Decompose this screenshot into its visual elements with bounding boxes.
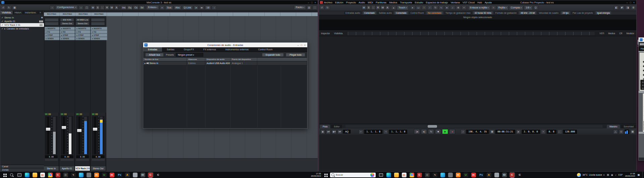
rack-row-inserts[interactable]: INSERTS: [60, 27, 76, 30]
show-desktop-button[interactable]: [642, 172, 644, 178]
id-app-taskbar-icon[interactable]: iD: [141, 173, 145, 177]
solo-button[interactable]: [79, 113, 82, 115]
bus-row-stereo-in[interactable]: ▸Stereo InEstéreoAudient USB Audio ASIO …: [143, 61, 307, 65]
abs-button[interactable]: Abs: [174, 5, 181, 10]
office-doc-taskbar-icon[interactable]: ▤: [40, 173, 45, 177]
fader-track[interactable]: [94, 117, 96, 154]
compas-dropdown[interactable]: Compás: [509, 5, 524, 10]
sus-button[interactable]: Sus: [165, 5, 173, 10]
state-a-button[interactable]: A: [114, 5, 119, 10]
bus-name-cell[interactable]: ▸Stereo In: [143, 61, 187, 65]
fader-track[interactable]: [47, 117, 49, 154]
quantize-icon[interactable]: Q: [533, 5, 538, 10]
routing-top-cell[interactable]: [91, 18, 105, 22]
racks-dropdown[interactable]: Racks: [294, 5, 306, 10]
menu-midi[interactable]: MIDI: [368, 1, 373, 4]
id-app-taskbar-icon[interactable]: iD: [502, 173, 507, 177]
office-doc-taskbar-icon[interactable]: ▤: [402, 173, 407, 177]
prev-bank-icon[interactable]: |◂: [194, 5, 199, 10]
m-orange-app-taskbar-icon[interactable]: m: [456, 173, 461, 177]
dialog-column-dispositivo-de-audio[interactable]: Dispositivo de audio: [205, 58, 230, 61]
channel-strip-stereo-out[interactable]: 0.00: [91, 113, 106, 166]
expand-arrow-icon[interactable]: ▸: [4, 27, 6, 30]
rack-row-strip[interactable]: STRIP: [75, 34, 92, 37]
c-app-taskbar-icon[interactable]: C: [156, 173, 161, 177]
cubase-taskbar-icon[interactable]: C: [417, 173, 422, 177]
task-view-button[interactable]: [379, 173, 383, 177]
pan-display[interactable]: [92, 159, 105, 161]
scroll-handle[interactable]: [428, 125, 437, 128]
menu-audio[interactable]: Audio: [359, 1, 365, 4]
edge-taskbar-icon[interactable]: [386, 173, 391, 177]
c-app-taskbar-icon[interactable]: C: [518, 173, 522, 177]
rack-row-eq[interactable]: EQ: [75, 30, 92, 34]
rack-row-inserts[interactable]: INSERTS: [45, 27, 61, 30]
routing-top-cell[interactable]: ESI KON: [60, 18, 74, 22]
m-red-app-taskbar-icon[interactable]: m: [110, 173, 114, 177]
menu-proyecto[interactable]: Proyecto: [346, 1, 356, 4]
m-red-app-taskbar-icon[interactable]: m: [471, 173, 476, 177]
rack-cs-button[interactable]: Cs: [133, 5, 139, 10]
fl-studio-taskbar-icon[interactable]: ϟ: [71, 173, 76, 177]
postroll-value[interactable]: 0. 0: [547, 130, 556, 134]
vcv-titlebar[interactable]: 02 - VCV Rack 2 – □ ×: [639, 38, 644, 42]
contacts-taskbar-icon[interactable]: [494, 173, 499, 177]
zone-tab-inspector[interactable]: Inspector: [319, 32, 332, 35]
zone-tab-cr[interactable]: CR: [617, 32, 624, 35]
sidebar-item-vcv-rack-2-01[interactable]: ✓VCV Rack 2 01: [0, 23, 44, 27]
gray-app-taskbar-icon[interactable]: [448, 173, 453, 177]
edge-taskbar-icon[interactable]: [25, 173, 30, 177]
vcv-horizontal-scrollbar[interactable]: [639, 158, 644, 160]
channel-strip-vcv-rack-2-0[interactable]: 0.00: [75, 113, 90, 166]
gray-app-taskbar-icon[interactable]: [87, 173, 91, 177]
tool-4-icon[interactable]: ↻: [433, 5, 438, 10]
sidebar-item-canales-de-entrada-s[interactable]: ✓▸Canales de entrada/s: [0, 27, 44, 31]
rack-row-strip[interactable]: STRIP: [60, 34, 76, 37]
automation-icon[interactable]: ▴: [391, 5, 396, 10]
fader-handle[interactable]: [46, 128, 50, 131]
fl-studio-taskbar-icon[interactable]: ϟ: [433, 173, 437, 177]
timeline-ruler[interactable]: [348, 32, 595, 35]
left-locator-icon[interactable]: ⌐: [359, 129, 363, 134]
menu-ayuda[interactable]: Ayuda: [485, 1, 492, 4]
pan-display[interactable]: [45, 159, 58, 161]
lower-zone-toggle-icon[interactable]: ◩: [620, 5, 625, 10]
musehub-taskbar-icon[interactable]: [440, 173, 445, 177]
m-orange-app-taskbar-icon[interactable]: m: [94, 173, 99, 177]
fader-handle[interactable]: [77, 129, 82, 132]
tray-icon-2[interactable]: ◉: [611, 174, 613, 176]
snap-toggle-icon[interactable]: ⌗: [491, 5, 496, 10]
punch-icon[interactable]: ◆▾: [332, 129, 336, 134]
tool-5-icon[interactable]: ∿: [439, 5, 444, 10]
zone-tab-visibilida[interactable]: Visibilida.: [332, 32, 345, 35]
routing-bottom-cell[interactable]: [91, 22, 105, 25]
rack-ins-button[interactable]: Ins: [121, 5, 127, 10]
play-button[interactable]: ▶: [442, 129, 448, 134]
speakers-cell[interactable]: Estéreo: [187, 61, 205, 65]
language-indicator[interactable]: ESP: [618, 174, 623, 176]
a-app-taskbar-icon[interactable]: A: [487, 173, 491, 177]
state-a-button[interactable]: A: [385, 5, 390, 10]
tool-7-icon[interactable]: ♪: [450, 5, 455, 10]
dialog-tab-fx-externos[interactable]: FX externos: [199, 47, 221, 52]
task-view-button[interactable]: [17, 173, 22, 177]
channel-strip-aparillo-01[interactable]: 0.00: [60, 113, 75, 166]
tray-icon-0[interactable]: ∧: [603, 174, 605, 176]
primary-time-icon[interactable]: ♪: [461, 129, 465, 134]
menu-espacios-de-trabajo[interactable]: Espacios de trabajo: [426, 1, 448, 4]
home-icon[interactable]: ⌂: [78, 5, 84, 10]
right-locator-icon[interactable]: ¬: [383, 129, 388, 134]
chrome-taskbar-icon[interactable]: [48, 173, 53, 177]
project-titlebar[interactable]: ArchivoEdiciónProyectoAudioMIDIPartitura…: [319, 0, 636, 4]
dialog-tab-entradas[interactable]: Entradas: [143, 47, 162, 52]
vcv-menu-file[interactable]: File: [641, 48, 644, 50]
musehub-taskbar-icon[interactable]: [79, 173, 84, 177]
rack-row-sends[interactable]: SENDS: [75, 37, 92, 40]
menu-hub[interactable]: Hub: [477, 1, 482, 4]
lower-zone-ruler[interactable]: [345, 125, 602, 128]
input-icon[interactable]: ♦▾: [337, 129, 342, 134]
channel-strip-stereo-in[interactable]: 0.00: [44, 113, 59, 166]
state-m-button[interactable]: M: [362, 5, 366, 10]
sidebar-tab-histori[interactable]: Histori.: [13, 11, 23, 14]
rack-row-inserts[interactable]: INSERTS: [91, 27, 107, 30]
